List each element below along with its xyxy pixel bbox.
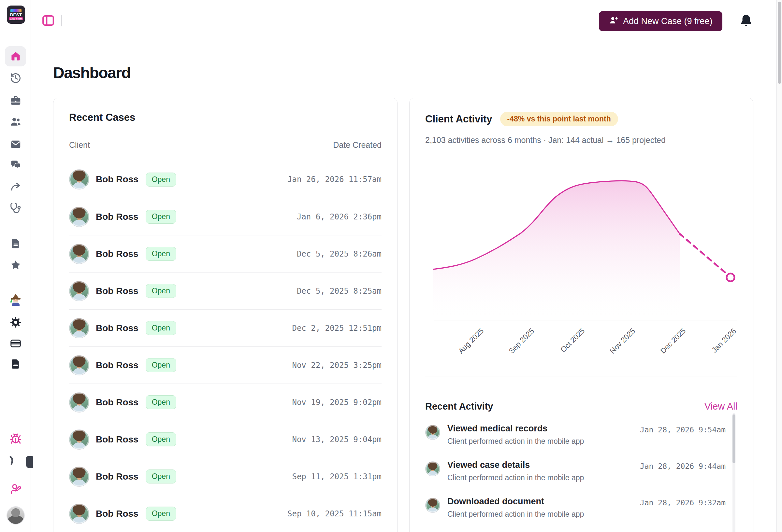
sidebar-item-account[interactable] — [0, 506, 31, 525]
home-icon — [10, 50, 22, 62]
date-created: Sep 10, 2025 11:15am — [287, 509, 382, 518]
date-created: Jan 26, 2026 11:57am — [287, 175, 382, 184]
users-icon — [10, 116, 22, 128]
list-item[interactable]: Viewed medical records Client performed … — [425, 420, 737, 457]
add-new-case-label: Add New Case (9 free) — [623, 16, 713, 26]
add-new-case-button[interactable]: Add New Case (9 free) — [599, 11, 722, 31]
clipped-icon — [0, 454, 31, 471]
topbar-divider — [61, 15, 62, 26]
panel-toggle-icon[interactable] — [41, 14, 55, 27]
date-created: Sep 11, 2025 1:31pm — [292, 472, 382, 481]
history-icon — [10, 72, 22, 84]
user-avatar — [6, 506, 25, 525]
sidebar-item-home[interactable] — [5, 46, 26, 67]
x-tick-label: Oct 2025 — [559, 327, 586, 354]
activity-timestamp: Jan 28, 2026 9:32am — [640, 496, 725, 527]
bell-icon[interactable] — [738, 13, 754, 29]
section-divider — [425, 376, 737, 376]
user-plus-icon — [609, 15, 618, 27]
sidebar-item-documents[interactable] — [0, 238, 31, 250]
sidebar-item-clients[interactable] — [0, 116, 31, 128]
recent-activity-list: Viewed medical records Client performed … — [425, 420, 737, 532]
list-item[interactable]: Downloaded document Client performed act… — [425, 493, 737, 530]
table-row[interactable]: Bob Ross Open Jan 26, 2026 11:57am — [69, 161, 382, 198]
client-avatar — [69, 355, 89, 375]
client-name: Bob Ross — [96, 212, 139, 222]
status-badge: Open — [146, 247, 176, 261]
status-badge: Open — [146, 432, 176, 446]
client-name: Bob Ross — [96, 471, 139, 482]
client-avatar — [69, 466, 89, 487]
list-item[interactable]: Viewed case details Client performed act… — [425, 457, 737, 493]
sidebar: BEST LAW FIRM — [0, 0, 31, 532]
table-row[interactable]: Bob Ross Open Nov 19, 2025 9:02pm — [69, 384, 382, 421]
activity-timestamp: Jan 28, 2026 9:54am — [640, 424, 725, 454]
sidebar-item-notes[interactable] — [0, 358, 31, 370]
chart-projection-line — [680, 234, 728, 275]
x-tick-label: Dec 2025 — [659, 327, 687, 355]
table-row[interactable]: Bob Ross Open Jan 6, 2026 2:36pm — [69, 198, 382, 235]
user-pen-icon — [10, 483, 22, 495]
list-item[interactable]: Downloaded document Client performed act… — [425, 530, 737, 532]
date-created: Dec 5, 2025 8:25am — [297, 287, 382, 296]
x-tick-label: Sep 2025 — [507, 327, 536, 355]
best-law-firm-logo[interactable]: BEST LAW FIRM — [7, 5, 25, 24]
sidebar-item-cases[interactable] — [0, 95, 31, 107]
sidebar-item-history[interactable] — [0, 72, 31, 84]
status-badge: Open — [146, 395, 176, 409]
client-avatar — [69, 318, 89, 338]
page-scrollbar[interactable] — [777, 0, 782, 532]
bug-icon — [10, 433, 22, 445]
stethoscope-icon — [10, 202, 22, 214]
table-row[interactable]: Bob Ross Open Nov 22, 2025 3:25pm — [69, 346, 382, 384]
date-created: Nov 19, 2025 9:02pm — [292, 398, 382, 407]
client-name: Bob Ross — [96, 249, 139, 259]
sidebar-item-share[interactable] — [0, 181, 31, 193]
page-scrollbar-thumb[interactable] — [778, 2, 781, 84]
table-row[interactable]: Bob Ross Open Dec 2, 2025 12:51pm — [69, 309, 382, 346]
client-name: Bob Ross — [96, 397, 139, 408]
table-row[interactable]: Bob Ross Open Sep 10, 2025 11:15am — [69, 495, 382, 532]
date-created: Dec 2, 2025 12:51pm — [292, 324, 382, 333]
view-all-link[interactable]: View All — [705, 401, 737, 412]
date-created: Nov 13, 2025 9:04pm — [292, 435, 382, 444]
chart-area-fill — [433, 181, 680, 320]
sidebar-item-settings[interactable] — [0, 316, 31, 328]
status-badge: Open — [146, 284, 176, 298]
sidebar-item-billing[interactable] — [0, 338, 31, 349]
table-row[interactable]: Bob Ross Open Dec 5, 2025 8:26am — [69, 235, 382, 272]
list-scrollbar[interactable] — [733, 413, 736, 532]
date-created: Nov 22, 2025 3:25pm — [292, 361, 382, 370]
sidebar-item-medical[interactable] — [0, 202, 31, 214]
client-activity-title: Client Activity — [425, 113, 492, 125]
sidebar-item-debug[interactable] — [0, 433, 31, 445]
date-created: Jan 6, 2026 2:36pm — [297, 212, 382, 221]
table-row[interactable]: Bob Ross Open Nov 13, 2025 9:04pm — [69, 421, 382, 458]
recent-cases-column-headers: Client Date Created — [69, 140, 382, 150]
logo-art — [10, 9, 22, 12]
sidebar-item-wizard[interactable] — [0, 294, 31, 306]
table-row[interactable]: Bob Ross Open Sep 11, 2025 1:31pm — [69, 458, 382, 495]
file-dark-icon — [10, 358, 22, 370]
client-activity-card: Client Activity -48% vs this point last … — [409, 98, 753, 532]
logo-text-lawfirm: LAW FIRM — [9, 17, 23, 20]
client-name: Bob Ross — [96, 286, 139, 296]
mail-icon — [10, 138, 22, 150]
sidebar-item-profile-edit[interactable] — [0, 483, 31, 495]
client-name: Bob Ross — [96, 434, 139, 445]
sidebar-item-unknown[interactable] — [0, 454, 31, 471]
activity-chart-svg — [425, 161, 738, 328]
client-name: Bob Ross — [96, 360, 139, 371]
chart-projection-marker — [726, 273, 735, 281]
client-avatar — [69, 392, 89, 413]
client-avatar — [425, 498, 440, 513]
trend-badge: -48% vs this point last month — [500, 112, 618, 126]
sidebar-item-messages[interactable] — [0, 159, 31, 171]
table-row[interactable]: Bob Ross Open Dec 5, 2025 8:25am — [69, 272, 382, 309]
sidebar-item-favorites[interactable] — [0, 259, 31, 271]
status-badge: Open — [146, 173, 176, 187]
file-icon — [10, 238, 22, 250]
activity-chart: Aug 2025 Sep 2025 Oct 2025 Nov 2025 Dec … — [425, 161, 737, 376]
list-scrollbar-thumb[interactable] — [733, 414, 736, 463]
sidebar-item-mail[interactable] — [0, 138, 31, 150]
